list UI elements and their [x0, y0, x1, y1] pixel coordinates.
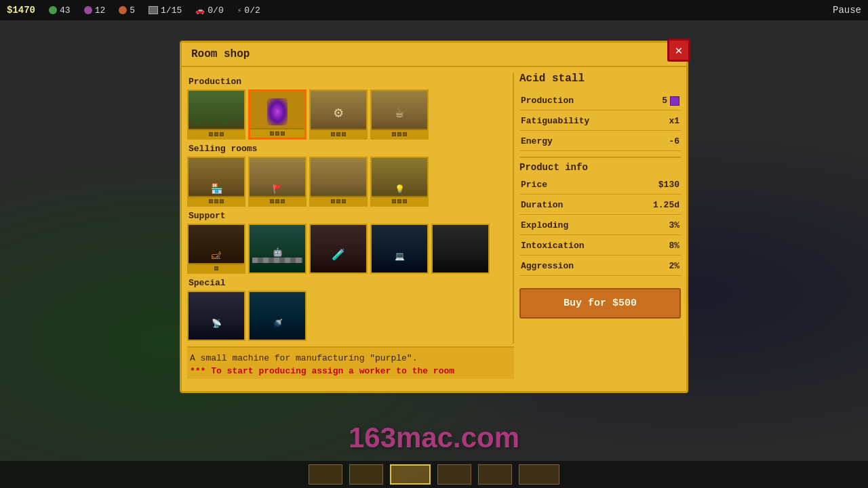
support2-figure: 🤖	[273, 247, 283, 258]
exploding-value: 3%	[669, 220, 679, 230]
modal-body: Production	[182, 67, 686, 384]
fatiguability-row: Fatiguability x1	[519, 112, 681, 131]
fatiguability-label: Fatiguability	[521, 116, 589, 126]
room-cell-sell3[interactable]	[309, 157, 368, 207]
orange-resource: 5	[119, 5, 135, 16]
building-icon	[149, 6, 158, 14]
building-counter: 1/15	[149, 5, 182, 16]
selling-section-title: Selling rooms	[189, 144, 510, 154]
room-cell-sell1[interactable]: 🏪	[187, 157, 245, 207]
room-cell-special1[interactable]: 📡	[187, 291, 245, 341]
conveyor-belt	[252, 258, 302, 263]
floor-dot	[270, 131, 274, 136]
room-shop-modal: ✕ Room shop Production	[180, 41, 688, 393]
special2-figure: 🚿	[273, 319, 283, 329]
room-cell-support1[interactable]: 🛋	[187, 224, 245, 274]
price-value: $130	[658, 180, 679, 190]
room-cell-support2[interactable]: 🤖	[248, 224, 307, 274]
room-cell-forest[interactable]	[187, 89, 245, 140]
floor-dot	[281, 131, 285, 136]
tree-icon-3	[221, 114, 229, 127]
purple-resource-icon	[84, 6, 92, 14]
room-cell-sell4[interactable]: 💡	[370, 157, 429, 207]
taskbar-item-6[interactable]	[519, 464, 559, 485]
floor-dot	[336, 132, 340, 136]
floor-dot	[270, 199, 274, 203]
green-resource-value: 43	[60, 5, 71, 16]
close-button[interactable]: ✕	[667, 39, 690, 62]
room-floor	[311, 196, 366, 205]
fatiguability-value: x1	[669, 116, 679, 126]
room-floor	[189, 196, 244, 205]
floor-dot	[331, 199, 335, 203]
floor-dot	[214, 132, 218, 136]
money-display: $1470	[7, 5, 35, 16]
green-resource: 43	[49, 5, 71, 16]
production-value: 5	[662, 96, 679, 106]
product-info-section: Product info	[519, 157, 681, 173]
intoxication-value: 8%	[669, 241, 679, 251]
production-section-title: Production	[189, 77, 510, 87]
watermark: 163mac.com	[349, 422, 519, 454]
room-cell-purple-lab[interactable]	[248, 89, 307, 140]
building-value: 1/15	[161, 5, 182, 16]
description-area: A small machine for manufacturing "purpl…	[187, 346, 514, 379]
purple-resource: 12	[84, 5, 106, 16]
intoxication-row: Intoxication 8%	[519, 237, 681, 256]
info-panel: Acid stall Production 5 Fatiguability x1…	[519, 73, 681, 379]
room-cell-machine2[interactable]: ☕	[370, 89, 429, 140]
special-room-grid: 📡 🚿	[187, 291, 510, 341]
tree-icon-2	[208, 114, 215, 127]
taskbar-item-1[interactable]	[309, 464, 342, 485]
room-floor	[250, 128, 304, 138]
room-cell-support3[interactable]: 🧪	[309, 224, 368, 274]
taskbar-item-5[interactable]	[478, 464, 512, 485]
exploding-row: Exploding 3%	[519, 216, 681, 235]
floor-dot	[214, 266, 218, 270]
floor-dot	[220, 199, 224, 203]
sell2-figure: 🚩	[273, 184, 283, 195]
exploding-label: Exploding	[521, 220, 568, 230]
sell1-figure: 🏪	[211, 183, 222, 195]
tree-icon-1	[194, 114, 201, 127]
energy-label: Energy	[521, 136, 553, 146]
room-cell-machine1[interactable]: ⚙	[309, 89, 368, 140]
aggression-value: 2%	[669, 261, 679, 271]
special-section-title: Special	[189, 278, 510, 288]
room-cell-support5[interactable]	[431, 224, 490, 274]
room-cell-support4[interactable]: 💻	[370, 224, 429, 274]
buy-button[interactable]: Buy for $500	[519, 288, 681, 319]
production-label: Production	[521, 96, 574, 106]
aggression-label: Aggression	[521, 261, 574, 271]
vehicle-counter: 🚗 0/0	[195, 5, 223, 16]
support4-figure: 💻	[395, 251, 405, 262]
room-cell-sell2[interactable]: 🚩	[248, 157, 307, 207]
floor-dot	[342, 199, 346, 203]
floor-dot	[403, 132, 407, 136]
floor-dot	[281, 199, 285, 203]
floor-dot	[209, 132, 213, 136]
floor-dot	[336, 199, 340, 203]
support-room-grid: 🛋 🤖 🧪 💻	[187, 224, 510, 274]
taskbar-item-2[interactable]	[349, 464, 383, 485]
hud-bar: $1470 43 12 5 1/15 🚗 0/0 ⚡ 0/2 Pause	[0, 0, 868, 20]
info-panel-title: Acid stall	[519, 73, 681, 85]
energy-value: -6	[669, 136, 679, 146]
room-cell-special2[interactable]: 🚿	[248, 291, 307, 341]
lab-glow	[267, 98, 288, 125]
vehicle-value: 0/0	[208, 5, 223, 16]
vehicle-icon: 🚗	[195, 6, 205, 15]
energy-row: Energy -6	[519, 132, 681, 151]
orange-resource-icon	[119, 6, 127, 14]
taskbar-item-4[interactable]	[437, 464, 471, 485]
rooms-panel: Production	[187, 73, 514, 379]
room-floor	[189, 129, 244, 138]
floor-dot	[403, 199, 407, 203]
room-floor	[372, 196, 427, 205]
energy-value: 0/2	[244, 5, 260, 16]
duration-value: 1.25d	[653, 200, 679, 210]
pause-button[interactable]: Pause	[833, 5, 861, 16]
rooms-scroll[interactable]: Production	[187, 73, 514, 344]
taskbar-item-3[interactable]	[390, 464, 431, 485]
floor-dot	[275, 199, 279, 203]
